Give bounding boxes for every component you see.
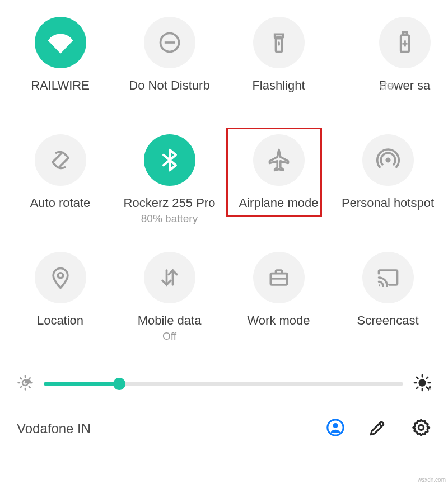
svg-point-10 xyxy=(58,273,63,278)
tile-dnd[interactable]: Do Not Disturb xyxy=(115,6,224,123)
svg-rect-8 xyxy=(52,152,68,168)
svg-line-21 xyxy=(20,378,21,379)
brightness-slider[interactable] xyxy=(44,382,403,386)
tile-label: Flashlight xyxy=(252,78,305,93)
settings-icon[interactable] xyxy=(411,417,431,440)
tile-label: Do Not Disturb xyxy=(129,78,209,93)
svg-line-37 xyxy=(379,424,382,426)
tile-flashlight[interactable]: Flashlight xyxy=(224,6,333,123)
tile-airplane[interactable]: Airplane mode xyxy=(224,123,333,241)
brightness-auto-icon[interactable]: A xyxy=(413,374,431,394)
tile-sublabel: Off xyxy=(162,330,176,342)
tile-label: RAILWIRE xyxy=(31,78,90,93)
tile-label: Location xyxy=(37,313,83,328)
tile-label: Mobile data xyxy=(138,313,202,328)
tile-workmode[interactable]: Work mode xyxy=(224,241,333,358)
edit-icon[interactable] xyxy=(368,418,388,439)
airplane-icon xyxy=(253,134,305,186)
svg-line-24 xyxy=(29,378,30,379)
tile-label: Airplane mode xyxy=(239,196,319,210)
brightness-low-icon xyxy=(17,374,34,393)
tile-label: Work mode xyxy=(247,313,310,328)
svg-point-36 xyxy=(333,423,338,428)
svg-point-38 xyxy=(419,425,424,430)
location-icon xyxy=(35,252,86,303)
tile-power-save-partial[interactable]: de Power sa xyxy=(333,6,442,123)
svg-line-23 xyxy=(20,387,21,388)
tile-screencast[interactable]: Screencast xyxy=(333,241,442,358)
autorotate-icon xyxy=(35,134,86,186)
tile-autorotate[interactable]: Auto rotate xyxy=(6,123,115,241)
tile-mobiledata[interactable]: Mobile data Off xyxy=(115,241,224,358)
svg-line-33 xyxy=(427,377,428,378)
wifi-icon xyxy=(35,17,86,68)
tile-label: Rockerz 255 Pro xyxy=(124,196,216,210)
tile-location[interactable]: Location xyxy=(6,241,115,358)
svg-line-30 xyxy=(417,377,418,378)
tile-hotspot[interactable]: Personal hotspot xyxy=(333,123,442,241)
svg-line-22 xyxy=(29,387,30,388)
svg-point-9 xyxy=(385,157,390,162)
dnd-icon xyxy=(144,17,195,68)
hotspot-icon xyxy=(362,134,414,186)
carrier-name[interactable]: Vodafone IN xyxy=(17,421,326,436)
tile-sublabel: 80% battery xyxy=(141,213,198,225)
mobiledata-icon xyxy=(144,252,195,303)
svg-point-25 xyxy=(419,380,426,386)
cast-icon xyxy=(362,252,414,303)
partial-label-left: de xyxy=(333,78,441,93)
flashlight-icon xyxy=(253,17,305,68)
battery-icon xyxy=(379,17,431,68)
tile-bluetooth[interactable]: Rockerz 255 Pro 80% battery xyxy=(115,123,224,241)
bottom-bar: Vodafone IN xyxy=(0,417,448,440)
quick-settings-grid: RAILWIRE Do Not Disturb Flashlight de Po… xyxy=(0,0,448,358)
briefcase-icon xyxy=(253,252,305,303)
brightness-row: A xyxy=(0,374,448,394)
bluetooth-icon xyxy=(144,134,195,186)
tile-wifi[interactable]: RAILWIRE xyxy=(6,6,115,123)
svg-text:A: A xyxy=(427,385,431,392)
tile-label: Personal hotspot xyxy=(342,196,434,210)
tile-label: Auto rotate xyxy=(30,196,91,210)
tile-label: Screencast xyxy=(357,313,418,328)
svg-rect-5 xyxy=(403,32,407,36)
svg-line-32 xyxy=(417,387,418,388)
svg-point-15 xyxy=(378,284,380,286)
watermark: wsxdn.com xyxy=(418,477,446,483)
user-icon[interactable] xyxy=(326,418,345,439)
